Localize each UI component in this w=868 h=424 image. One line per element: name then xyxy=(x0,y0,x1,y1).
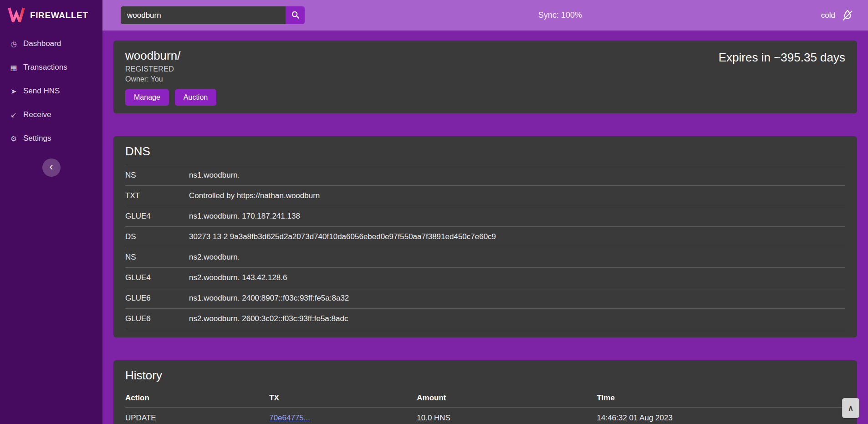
sidebar-nav: ◷ Dashboard ▦ Transactions ➤ Send HNS ↙ … xyxy=(0,31,102,150)
name-owner: Owner: You xyxy=(125,75,845,83)
transactions-icon: ▦ xyxy=(9,63,18,72)
history-col-time: Time xyxy=(597,389,845,408)
dns-table: NS ns1.woodburn. TXT Controlled by https… xyxy=(125,165,845,329)
expires-label: Expires in ~395.35 days xyxy=(719,51,845,65)
sidebar-item-label: Settings xyxy=(23,134,51,143)
main-content: woodburn/ REGISTERED Owner: You Manage A… xyxy=(102,31,868,424)
dns-record-type: GLUE6 xyxy=(125,288,189,309)
dns-record-row: TXT Controlled by https://nathan.woodbur… xyxy=(125,186,845,206)
dns-record-row: GLUE6 ns1.woodburn. 2400:8907::f03c:93ff… xyxy=(125,288,845,309)
brand-name: FIREWALLET xyxy=(30,10,88,20)
dns-record-value: ns1.woodburn. 2400:8907::f03c:93ff:fe5a:… xyxy=(189,288,845,309)
auction-button[interactable]: Auction xyxy=(175,89,216,106)
sidebar-item-label: Transactions xyxy=(23,63,67,72)
settings-icon: ⚙ xyxy=(9,134,18,143)
search-input[interactable] xyxy=(121,6,286,24)
chevron-up-icon: ∧ xyxy=(848,404,853,413)
manage-button[interactable]: Manage xyxy=(125,89,169,106)
dns-record-value: 30273 13 2 9a3a8fb3d625d2a2073d740f10da6… xyxy=(189,227,845,247)
sidebar-item-settings[interactable]: ⚙ Settings xyxy=(0,127,102,150)
name-card: woodburn/ REGISTERED Owner: You Manage A… xyxy=(113,41,857,113)
search-button[interactable] xyxy=(286,6,305,24)
sidebar-item-label: Receive xyxy=(23,110,51,119)
history-col-action: Action xyxy=(125,389,269,408)
search-group xyxy=(121,6,305,24)
dns-record-type: TXT xyxy=(125,186,189,206)
name-status: REGISTERED xyxy=(125,65,845,73)
dns-record-row: NS ns2.woodburn. xyxy=(125,247,845,268)
chevron-left-icon: ‹ xyxy=(50,161,53,172)
receive-icon: ↙ xyxy=(9,111,18,119)
history-col-amount: Amount xyxy=(417,389,597,408)
sidebar-item-label: Send HNS xyxy=(23,87,60,96)
dns-record-row: DS 30273 13 2 9a3a8fb3d625d2a2073d740f10… xyxy=(125,227,845,247)
dns-record-value: ns1.woodburn. xyxy=(189,165,845,186)
sync-status: Sync: 100% xyxy=(538,10,582,20)
name-actions: Manage Auction xyxy=(125,89,845,106)
dns-record-row: NS ns1.woodburn. xyxy=(125,165,845,186)
history-amount: 10.0 HNS xyxy=(417,408,597,424)
history-card: History Action TX Amount Time UPDATE 70e… xyxy=(113,360,857,424)
dns-record-row: GLUE4 ns1.woodburn. 170.187.241.138 xyxy=(125,206,845,227)
wallet-mode-indicator: cold xyxy=(821,9,868,22)
history-title: History xyxy=(125,368,845,383)
dns-record-type: DS xyxy=(125,227,189,247)
sidebar-collapse-button[interactable]: ‹ xyxy=(42,158,61,177)
dns-record-type: GLUE6 xyxy=(125,309,189,329)
dns-record-value: Controlled by https://nathan.woodburn xyxy=(189,186,845,206)
history-time: 14:46:32 01 Aug 2023 xyxy=(597,408,845,424)
send-icon: ➤ xyxy=(9,87,18,96)
sidebar-item-dashboard[interactable]: ◷ Dashboard xyxy=(0,32,102,56)
sidebar-item-send-hns[interactable]: ➤ Send HNS xyxy=(0,79,102,103)
history-col-tx: TX xyxy=(269,389,417,408)
sidebar-item-receive[interactable]: ↙ Receive xyxy=(0,103,102,127)
search-icon xyxy=(291,10,300,20)
history-action: UPDATE xyxy=(125,408,269,424)
dns-record-value: ns1.woodburn. 170.187.241.138 xyxy=(189,206,845,227)
dns-record-value: ns2.woodburn. 143.42.128.6 xyxy=(189,268,845,288)
dns-title: DNS xyxy=(125,144,845,158)
brand: FIREWALLET xyxy=(0,0,102,31)
scroll-to-top-button[interactable]: ∧ xyxy=(842,398,859,418)
cold-wallet-icon[interactable] xyxy=(840,9,855,22)
dns-record-value: ns2.woodburn. xyxy=(189,247,845,268)
dns-card: DNS NS ns1.woodburn. TXT Controlled by h… xyxy=(113,136,857,337)
tx-link[interactable]: 70e64775... xyxy=(269,414,310,422)
dns-record-row: GLUE4 ns2.woodburn. 143.42.128.6 xyxy=(125,268,845,288)
dns-record-type: NS xyxy=(125,247,189,268)
sidebar-item-label: Dashboard xyxy=(23,39,61,48)
topbar: Sync: 100% cold xyxy=(102,0,868,31)
dns-record-row: GLUE6 ns2.woodburn. 2600:3c02::f03c:93ff… xyxy=(125,309,845,329)
firewallet-logo-icon xyxy=(7,7,26,24)
dns-record-value: ns2.woodburn. 2600:3c02::f03c:93ff:fe5a:… xyxy=(189,309,845,329)
history-row: UPDATE 70e64775... 10.0 HNS 14:46:32 01 … xyxy=(125,408,845,424)
history-header-row: Action TX Amount Time xyxy=(125,389,845,408)
wallet-mode-label: cold xyxy=(821,11,835,20)
sidebar-item-transactions[interactable]: ▦ Transactions xyxy=(0,56,102,79)
dns-record-type: NS xyxy=(125,165,189,186)
dashboard-icon: ◷ xyxy=(9,40,18,48)
sidebar: FIREWALLET ◷ Dashboard ▦ Transactions ➤ … xyxy=(0,0,102,424)
dns-record-type: GLUE4 xyxy=(125,268,189,288)
history-table: Action TX Amount Time UPDATE 70e64775...… xyxy=(125,389,845,424)
dns-record-type: GLUE4 xyxy=(125,206,189,227)
